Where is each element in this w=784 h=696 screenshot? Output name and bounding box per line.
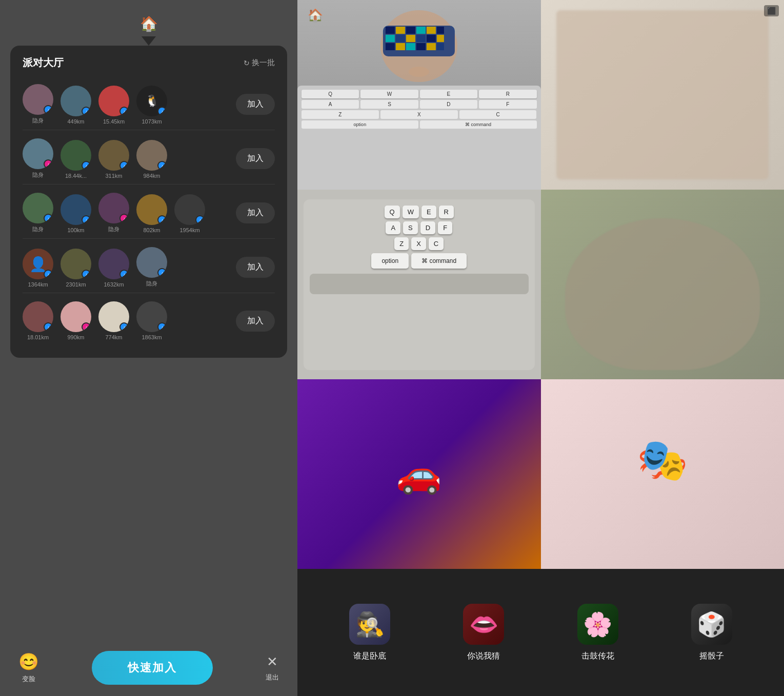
svg-rect-3 xyxy=(396,27,405,34)
avatar: ♪ xyxy=(136,194,167,225)
kb-command-key: ⌘ command xyxy=(411,253,467,269)
avatar: ♪ xyxy=(174,194,205,225)
flower-icon: 🌸 xyxy=(577,604,618,645)
avatar-badge: ♪ xyxy=(195,215,205,224)
game-spy[interactable]: 🕵️ 谁是卧底 xyxy=(349,604,390,662)
avatar-label: 1073km xyxy=(142,118,162,125)
join-button-4[interactable]: 加入 xyxy=(236,257,275,278)
dice-icon: 🎲 xyxy=(691,604,732,645)
svg-point-20 xyxy=(409,67,429,77)
avatar-wrap: ♪ 15.45km xyxy=(98,86,129,125)
avatar-badge: ♪ xyxy=(119,270,129,279)
kb-command-key: ⌘ command xyxy=(420,120,537,129)
room-row-5: ♪ 18.01km ♪ 990km ♪ 774km xyxy=(23,296,275,345)
kb-key: W xyxy=(360,90,418,98)
video-grid-bottom: 🚗 🎭 xyxy=(297,379,784,569)
avatar-label: 2301km xyxy=(66,281,86,288)
kb-full-key: W xyxy=(403,206,419,218)
avatar: ♪ xyxy=(61,249,91,279)
kb-key: R xyxy=(479,90,536,98)
minimize-icon: ⬛ xyxy=(764,5,779,16)
avatar-wrap: ♪ 隐身 xyxy=(23,138,53,179)
join-button-2[interactable]: 加入 xyxy=(236,148,275,169)
kb-key: Z xyxy=(301,110,379,119)
avatar-label: 984km xyxy=(143,173,160,179)
game-bar: 🕵️ 谁是卧底 👄 你说我猜 🌸 击鼓传花 🎲 摇骰子 xyxy=(297,569,784,696)
join-button-5[interactable]: 加入 xyxy=(236,311,275,332)
svg-rect-9 xyxy=(396,35,405,42)
kb-key: F xyxy=(479,100,536,109)
svg-rect-19 xyxy=(437,43,444,50)
avatar-label: 18.01km xyxy=(27,334,49,340)
avatar: ♪ xyxy=(23,193,53,223)
flower-label: 击鼓传花 xyxy=(581,651,614,662)
kb-full-key: X xyxy=(411,237,426,250)
room-row-1: ♪ 隐身 ♪ 449km ♪ 15.45km 🐧 xyxy=(23,79,275,130)
avatar-badge: ♪ xyxy=(82,107,91,116)
avatar-badge: ♪ xyxy=(82,215,91,224)
kb-key: S xyxy=(360,100,418,109)
face-change-button[interactable]: 😊 变脸 xyxy=(18,652,39,684)
dice-label: 摇骰子 xyxy=(699,651,724,662)
kb-full-row2: A S D F xyxy=(310,221,529,234)
avatar-label: 1632km xyxy=(104,281,124,288)
car-emoji: 🚗 xyxy=(396,453,442,496)
avatar-badge: ♪ xyxy=(44,270,53,279)
blurred-person-2 xyxy=(556,10,769,179)
guess-icon: 👄 xyxy=(463,604,504,645)
avatar-wrap: ♪ 隐身 xyxy=(136,247,167,288)
game-dice[interactable]: 🎲 摇骰子 xyxy=(691,604,732,662)
avatar: 👤 ♪ xyxy=(23,249,53,279)
face-change-label: 变脸 xyxy=(22,674,35,684)
home-icon-right[interactable]: 🏠 xyxy=(308,8,323,23)
avatar: ♪ xyxy=(136,301,167,332)
person-with-mask xyxy=(334,5,504,89)
quick-join-button[interactable]: 快速加入 xyxy=(92,651,213,685)
avatar-label: 隐身 xyxy=(32,171,44,179)
avatar-wrap: ♪ 990km xyxy=(61,301,91,340)
avatar-wrap: ♪ 1863km xyxy=(136,301,167,340)
avatar-badge: ♪ xyxy=(157,322,167,332)
join-button-3[interactable]: 加入 xyxy=(236,202,275,223)
avatar: 🐧 ♪ xyxy=(136,86,167,116)
avatar-wrap: 🐧 ♪ 1073km xyxy=(136,86,167,125)
avatar: ♪ xyxy=(98,86,129,116)
panel-title: 派对大厅 xyxy=(23,56,64,70)
kb-row-3: Z X C xyxy=(301,110,537,119)
avatar: ♪ xyxy=(23,84,53,115)
game-flower[interactable]: 🌸 击鼓传花 xyxy=(577,604,618,662)
right-panel: Q W E R A S D F Z X C option xyxy=(297,0,784,696)
refresh-button[interactable]: ↻ 换一批 xyxy=(244,58,275,68)
pink-mask: 🎭 xyxy=(637,436,688,484)
svg-rect-7 xyxy=(437,27,444,34)
svg-rect-17 xyxy=(416,43,426,50)
avatar-badge: ♪ xyxy=(44,214,53,223)
kb-full-key: E xyxy=(421,206,436,218)
svg-rect-2 xyxy=(386,27,395,34)
avatar-badge: ♪ xyxy=(119,214,129,223)
kb-full-row3: Z X C xyxy=(310,237,529,250)
avatar-label: 1863km xyxy=(142,334,162,340)
kb-option-key: option xyxy=(301,120,418,129)
avatar-label: 1364km xyxy=(28,281,48,288)
game-guess[interactable]: 👄 你说我猜 xyxy=(463,604,504,662)
avatar-badge: ♪ xyxy=(44,105,53,114)
kb-key: Q xyxy=(301,90,359,98)
panel-header: 派对大厅 ↻ 换一批 xyxy=(23,56,275,70)
svg-rect-5 xyxy=(416,27,426,34)
kb-option-key: option xyxy=(371,253,409,269)
avatar: ♪ xyxy=(136,247,167,278)
avatar: ♪ xyxy=(61,194,91,225)
kb-key: D xyxy=(420,100,477,109)
exit-button[interactable]: ✕ 退出 xyxy=(266,654,279,682)
video-cell-2: ⬛ xyxy=(541,0,785,190)
kb-full-key: Q xyxy=(385,206,400,218)
avatar: ♪ xyxy=(23,301,53,332)
avatar-label: 隐身 xyxy=(108,226,119,233)
svg-rect-8 xyxy=(386,35,395,42)
join-button-1[interactable]: 加入 xyxy=(236,94,275,115)
arrow-indicator xyxy=(142,36,156,46)
home-icon-top[interactable]: 🏠 xyxy=(140,15,158,32)
avatar: ♪ xyxy=(136,140,167,171)
avatar: ♪ xyxy=(98,301,129,332)
